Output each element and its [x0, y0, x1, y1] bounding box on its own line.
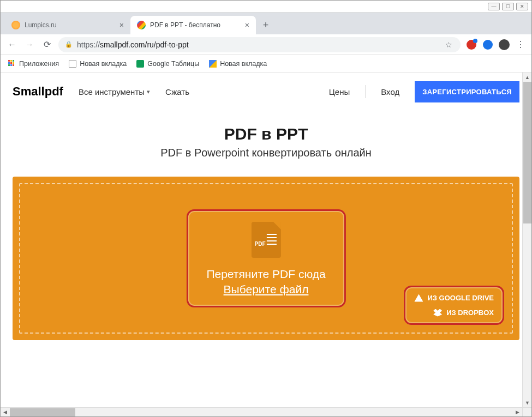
cloud-label: ИЗ DROPBOX [446, 309, 494, 317]
bookmark-label: Приложения [19, 60, 59, 68]
forward-button[interactable]: → [23, 39, 35, 51]
signup-button[interactable]: ЗАРЕГИСТРИРОВАТЬСЯ [415, 81, 519, 102]
signup-label: ЗАРЕГИСТРИРОВАТЬСЯ [422, 88, 512, 96]
nav-login[interactable]: Вход [381, 87, 399, 96]
reload-button[interactable]: ⟳ [41, 39, 53, 51]
divider [365, 85, 366, 98]
bookmark-item[interactable]: Google Таблицы [136, 60, 199, 68]
upload-highlight: PDF Перетяните PDF сюда Выберите файл [186, 209, 345, 307]
window-titlebar: — ☐ ✕ [1, 1, 531, 13]
file-dropzone[interactable]: PDF Перетяните PDF сюда Выберите файл ИЗ… [13, 177, 519, 340]
scroll-down-arrow-icon[interactable]: ▼ [523, 398, 532, 407]
url-path: smallpdf.com/ru/pdf-to-ppt [100, 40, 189, 49]
browser-toolbar: ← → ⟳ 🔒 https://smallpdf.com/ru/pdf-to-p… [1, 34, 531, 55]
extension-translate-button[interactable] [482, 39, 493, 50]
window-minimize-button[interactable]: — [488, 3, 500, 10]
profile-avatar[interactable] [499, 39, 510, 50]
scrollbar-thumb[interactable] [523, 82, 531, 223]
tab-title: Lumpics.ru [25, 21, 57, 29]
favicon-icon [137, 21, 146, 29]
pdf-file-icon: PDF [251, 222, 280, 258]
scrollbar-corner [522, 407, 531, 416]
apps-grid-icon [8, 60, 16, 68]
address-bar[interactable]: 🔒 https://smallpdf.com/ru/pdf-to-ppt ☆ [58, 37, 461, 52]
sheets-icon [136, 60, 144, 68]
picture-icon [209, 60, 217, 68]
cloud-sources-highlight: ИЗ GOOGLE DRIVE ИЗ DROPBOX [404, 286, 504, 325]
favicon-icon [11, 21, 20, 29]
url-scheme: https:// [77, 40, 100, 49]
browser-tab-lumpics[interactable]: Lumpics.ru × [5, 16, 130, 34]
scroll-left-arrow-icon[interactable]: ◀ [1, 408, 10, 417]
choose-file-link[interactable]: Выберите файл [224, 283, 309, 295]
vertical-scrollbar[interactable]: ▲ ▼ [522, 72, 531, 407]
horizontal-scrollbar[interactable]: ◀ ▶ [1, 407, 522, 416]
bookmark-label: Новая вкладка [220, 60, 267, 68]
extension-button[interactable] [466, 39, 477, 50]
chevron-down-icon: ▾ [147, 88, 150, 95]
back-button[interactable]: ← [6, 39, 18, 51]
dropbox-icon [433, 309, 442, 317]
nav-label: Сжать [165, 87, 189, 96]
hero-section: PDF в PPT PDF в Powerpoint конвертироват… [1, 111, 531, 177]
window-close-button[interactable]: ✕ [516, 3, 528, 10]
bookmark-item[interactable]: Новая вкладка [209, 60, 267, 68]
cloud-label: ИЗ GOOGLE DRIVE [427, 294, 494, 302]
bookmark-item[interactable]: Новая вкладка [69, 60, 127, 68]
new-tab-button[interactable]: + [258, 17, 273, 33]
tab-close-icon[interactable]: × [245, 21, 249, 29]
from-google-drive-button[interactable]: ИЗ GOOGLE DRIVE [414, 294, 494, 302]
scroll-up-arrow-icon[interactable]: ▲ [523, 72, 532, 82]
nav-compress[interactable]: Сжать [165, 87, 189, 96]
page-content: Smallpdf Все инструменты ▾ Сжать Цены Вх… [1, 72, 531, 408]
browser-tab-strip: Lumpics.ru × PDF в PPT - бесплатно × + [1, 13, 531, 34]
page-title: PDF в PPT [1, 125, 531, 143]
window-maximize-button[interactable]: ☐ [502, 3, 514, 10]
tab-title: PDF в PPT - бесплатно [150, 21, 220, 29]
bookmark-star-icon[interactable]: ☆ [443, 39, 454, 50]
nav-label: Цены [329, 87, 350, 96]
google-drive-icon [414, 294, 423, 302]
bookmarks-bar: Приложения Новая вкладка Google Таблицы … [1, 55, 531, 72]
nav-label: Все инструменты [79, 87, 145, 96]
bookmark-label: Google Таблицы [147, 60, 199, 68]
nav-pricing[interactable]: Цены [329, 87, 350, 96]
tab-close-icon[interactable]: × [119, 21, 124, 29]
site-logo[interactable]: Smallpdf [13, 84, 63, 99]
pdf-badge: PDF [254, 241, 265, 247]
scroll-right-arrow-icon[interactable]: ▶ [513, 408, 522, 417]
browser-menu-button[interactable]: ⋮ [515, 39, 526, 50]
from-dropbox-button[interactable]: ИЗ DROPBOX [414, 309, 494, 317]
bookmark-apps[interactable]: Приложения [8, 60, 59, 68]
page-subtitle: PDF в Powerpoint конвертировать онлайн [1, 147, 531, 159]
page-icon [69, 60, 76, 68]
lock-icon: 🔒 [65, 41, 73, 48]
browser-tab-smallpdf[interactable]: PDF в PPT - бесплатно × [130, 16, 256, 34]
scrollbar-thumb[interactable] [10, 408, 75, 416]
bookmark-label: Новая вкладка [80, 60, 127, 68]
site-header: Smallpdf Все инструменты ▾ Сжать Цены Вх… [1, 72, 531, 111]
drag-instruction: Перетяните PDF сюда [206, 268, 325, 281]
nav-label: Вход [381, 87, 399, 96]
nav-all-tools[interactable]: Все инструменты ▾ [79, 87, 150, 96]
